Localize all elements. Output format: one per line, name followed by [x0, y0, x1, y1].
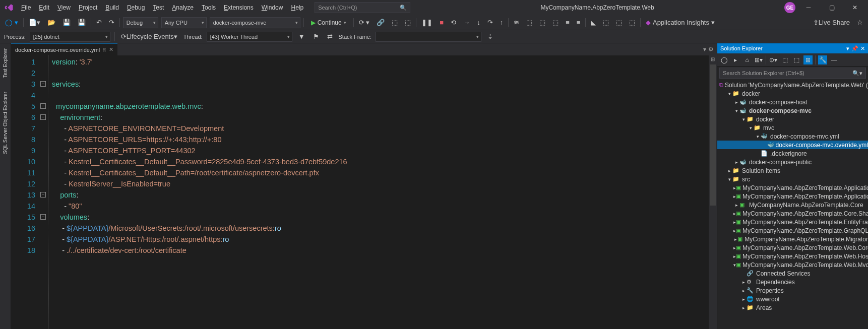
restart-button[interactable]: ⟲	[449, 18, 458, 27]
tree-item[interactable]: ▾▣MyCompanyName.AbpZeroTemplate.Web.Mvc	[717, 260, 868, 269]
filter-icon[interactable]: ▼	[296, 32, 307, 41]
step-over-button[interactable]: ↷	[485, 18, 495, 27]
split-icon[interactable]: ⊞	[710, 56, 716, 62]
switch-views-icon[interactable]: ⊞▾	[754, 55, 763, 64]
thread-dropdown[interactable]: [43] Worker Thread	[207, 32, 292, 42]
continue-button[interactable]: ▶ Continue ▾	[307, 18, 350, 27]
insights-button[interactable]: ◆ Application Insights ▾	[644, 18, 716, 27]
minimize-button[interactable]: ─	[798, 0, 819, 15]
tree-item[interactable]: ▸▣MyCompanyName.AbpZeroTemplate.Web.Core	[717, 243, 868, 252]
tree-item[interactable]: ▸▣MyCompanyName.AbpZeroTemplate.GraphQL	[717, 226, 868, 235]
wrench-icon[interactable]: 🔧	[818, 55, 827, 64]
tb-icon[interactable]: ≋	[512, 18, 521, 27]
tb-icon[interactable]: ≡	[575, 18, 583, 27]
tree-item[interactable]: ▸🐋docker-compose-host	[717, 98, 868, 106]
collapse-icon[interactable]: ⬚	[792, 55, 801, 64]
tree-item[interactable]: ▸▣MyCompanyName.AbpZeroTemplate.Migrator	[717, 235, 868, 243]
menu-debug[interactable]: Debug	[123, 2, 149, 13]
tb-icon[interactable]: ⬚	[627, 18, 637, 27]
search-input[interactable]: Search (Ctrl+Q) 🔍	[315, 2, 410, 13]
thread-icon[interactable]: ⇄	[325, 32, 335, 41]
fold-toggle[interactable]: −	[40, 114, 46, 120]
solution-tree[interactable]: ⧉Solution 'MyCompanyName.AbpZeroTemplate…	[717, 80, 868, 329]
tb-icon[interactable]: ≡	[564, 18, 572, 27]
tb-icon[interactable]: ⬚	[537, 18, 547, 27]
pin-icon[interactable]: ⎘	[103, 47, 106, 52]
forward-icon[interactable]: ▸	[731, 55, 740, 64]
tree-item[interactable]: 📄.dockerignore	[717, 149, 868, 158]
fold-toggle[interactable]: −	[40, 214, 46, 220]
code-content[interactable]: version: '3.7'services: mycompanyname.ab…	[48, 55, 709, 329]
back-icon[interactable]: ◯	[719, 55, 728, 64]
platform-dropdown[interactable]: Any CPU	[161, 17, 207, 28]
tree-item[interactable]: ▸📁Solution Items	[717, 166, 868, 175]
fold-toggle[interactable]: −	[40, 192, 46, 198]
nav-back-button[interactable]: ◯ ▾	[3, 18, 20, 27]
sql-explorer-tab[interactable]: SQL Server Object Explorer	[2, 90, 9, 156]
menu-build[interactable]: Build	[101, 2, 123, 13]
new-item-button[interactable]: 📄▾	[27, 18, 42, 27]
tree-item[interactable]: ▸📁Areas	[717, 303, 868, 312]
menu-tools[interactable]: Tools	[198, 2, 220, 13]
tree-item[interactable]: ▸🌐wwwroot	[717, 295, 868, 303]
solution-root[interactable]: ⧉Solution 'MyCompanyName.AbpZeroTemplate…	[717, 81, 868, 89]
menu-project[interactable]: Project	[75, 2, 101, 13]
panel-dropdown-icon[interactable]: ▾	[846, 45, 849, 52]
fold-toggle[interactable]: −	[40, 103, 46, 109]
overflow-icon[interactable]: ⇣	[485, 32, 495, 41]
solution-search-input[interactable]: Search Solution Explorer (Ctrl+$) 🔍▾	[719, 68, 866, 79]
pause-button[interactable]: ❚❚	[419, 18, 435, 27]
step-into-button[interactable]: ↓	[475, 18, 482, 27]
tree-item[interactable]: ▸⚙Dependencies	[717, 278, 868, 286]
tab-overflow-icon[interactable]: ▾	[703, 46, 706, 53]
scroll-thumb[interactable]	[710, 64, 716, 206]
config-dropdown[interactable]: Debug	[123, 17, 158, 28]
tree-item[interactable]: ▾🐋docker-compose-mvc	[717, 106, 868, 115]
code-editor[interactable]: 123456789101112131415161718 −−−−− versio…	[11, 55, 717, 329]
tb-icon[interactable]: ⬚	[524, 18, 534, 27]
panel-pin-icon[interactable]: 📌	[851, 45, 858, 52]
tree-item[interactable]: ▾📁src	[717, 175, 868, 183]
close-button[interactable]: ✕	[845, 0, 865, 15]
stackframe-dropdown[interactable]	[376, 32, 481, 42]
menu-view[interactable]: View	[53, 2, 75, 13]
file-tab[interactable]: docker-compose-mvc.override.yml ⎘ ✕	[11, 43, 117, 55]
tree-item[interactable]: ▾📁mvc	[717, 123, 868, 132]
maximize-button[interactable]: ▢	[822, 0, 842, 15]
stop-button[interactable]: ■	[438, 18, 446, 27]
tree-item[interactable]: ▾🐳docker-compose-mvc.yml	[717, 132, 868, 141]
step-out-button[interactable]: ↑	[498, 18, 506, 27]
menu-help[interactable]: Help	[287, 2, 307, 13]
flag-icon[interactable]: ⚑	[311, 32, 321, 41]
startup-project-dropdown[interactable]: docker-compose-mvc	[210, 17, 300, 28]
bookmark-icon[interactable]: ◣	[589, 18, 598, 27]
redo-button[interactable]: ↷	[107, 18, 116, 27]
tab-settings-icon[interactable]: ⚙	[708, 46, 714, 53]
close-tab-icon[interactable]: ✕	[109, 46, 113, 53]
user-badge[interactable]: GE	[784, 2, 795, 13]
test-explorer-tab[interactable]: Test Explorer	[2, 46, 9, 80]
next-statement-button[interactable]: →	[461, 18, 472, 27]
feedback-icon[interactable]: ☆	[855, 18, 865, 27]
process-dropdown[interactable]: [25] dotnet	[30, 32, 110, 42]
lifecycle-button[interactable]: ⟳ Lifecycle Events ▾	[119, 32, 179, 41]
save-all-button[interactable]: 💾	[76, 18, 88, 27]
tree-item[interactable]: ▸▣MyCompanyName.AbpZeroTemplate.Applicat…	[717, 183, 868, 192]
tb-icon[interactable]: ⬚	[403, 18, 413, 27]
tree-item[interactable]: ▾📁docker	[717, 89, 868, 98]
tree-item[interactable]: ▸▣MyCompanyName.AbpZeroTemplate.Applicat…	[717, 192, 868, 201]
live-share-button[interactable]: ⇪ Live Share	[811, 18, 852, 27]
save-button[interactable]: 💾	[60, 18, 73, 27]
properties-icon[interactable]: ⊞	[803, 55, 813, 64]
refresh-button[interactable]: ⟳ ▾	[357, 18, 372, 27]
tree-item[interactable]: 🔗Connected Services	[717, 269, 868, 278]
undo-button[interactable]: ↶	[94, 18, 104, 27]
tb-icon[interactable]: ⬚	[550, 18, 561, 27]
tree-item[interactable]: 🐳docker-compose-mvc.override.yml	[717, 141, 868, 149]
tb-icon[interactable]: ⬚	[601, 18, 611, 27]
tb-icon[interactable]: ⬚	[614, 18, 624, 27]
tree-item[interactable]: ▸▣MyCompanyName.AbpZeroTemplate.Core	[717, 201, 868, 209]
menu-edit[interactable]: Edit	[35, 2, 53, 13]
menu-test[interactable]: Test	[149, 2, 168, 13]
tree-item[interactable]: ▸▣MyCompanyName.AbpZeroTemplate.Web.Host	[717, 252, 868, 260]
